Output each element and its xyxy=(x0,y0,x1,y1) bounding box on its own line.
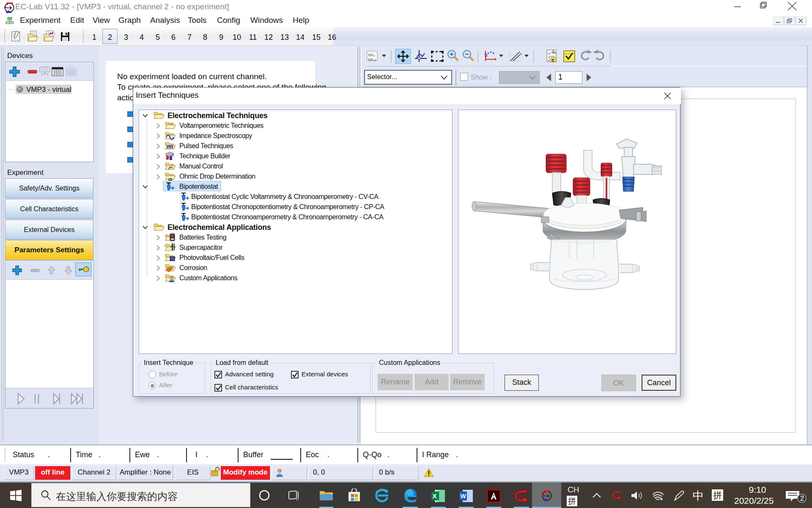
svg-text:W: W xyxy=(461,493,466,500)
svg-text:E: E xyxy=(552,58,554,62)
svg-text:X: X xyxy=(433,492,437,500)
svg-text:2: 2 xyxy=(800,495,804,502)
